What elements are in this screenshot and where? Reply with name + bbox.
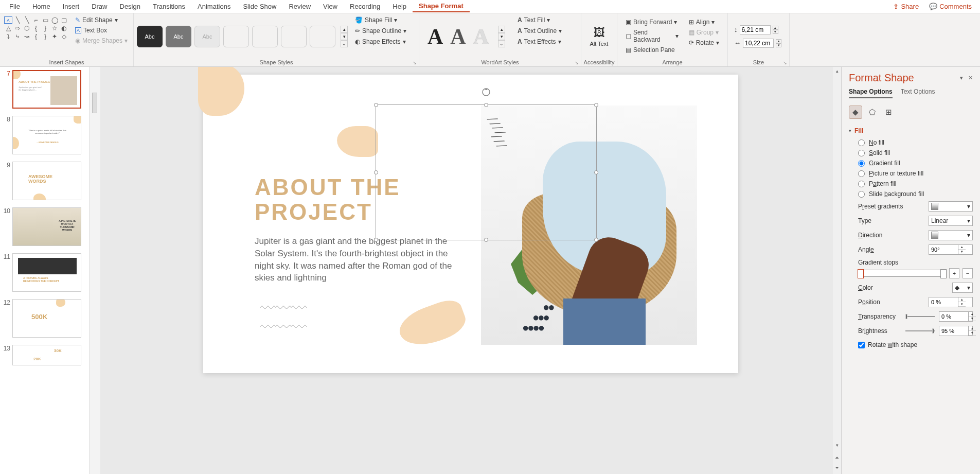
radio-solid-fill[interactable]: Solid fill: [849, 148, 973, 158]
style-thumb-5[interactable]: [252, 26, 278, 47]
merge-shapes-button[interactable]: ◉Merge Shapes▾: [73, 36, 130, 45]
resize-handle[interactable]: [594, 238, 598, 242]
gallery-up-icon[interactable]: ▴: [341, 26, 348, 33]
remove-stop-button[interactable]: −: [963, 268, 973, 278]
shape-oval-icon[interactable]: ◯: [50, 16, 59, 24]
angle-input[interactable]: ▴▾: [929, 244, 973, 255]
wordart-launcher-icon[interactable]: ↘: [575, 60, 579, 65]
style-thumb-3[interactable]: Abc: [194, 26, 220, 47]
thumb-slide-7[interactable]: 7 ABOUT THE PROJECT Jupiter is a gas gia…: [2, 70, 87, 109]
text-fill-button[interactable]: AText Fill▾: [515, 15, 564, 25]
transparency-slider[interactable]: [905, 316, 935, 317]
size-props-tab-icon[interactable]: ⊞: [882, 106, 895, 119]
size-launcher-icon[interactable]: ↘: [783, 60, 787, 65]
slide-canvas[interactable]: 〰〰〰 〰〰〰 ABOUT THE PROJECT Jupiter is a g…: [100, 67, 841, 474]
spin-down-icon[interactable]: ▾: [773, 30, 778, 34]
gradient-stop[interactable]: [940, 269, 947, 278]
comments-button[interactable]: 💬Comments: [924, 1, 977, 12]
radio-no-fill[interactable]: No fill: [849, 137, 973, 148]
menu-design[interactable]: Design: [114, 1, 147, 12]
resize-handle[interactable]: [374, 170, 378, 174]
menu-transitions[interactable]: Transitions: [147, 1, 191, 12]
gallery-down-icon[interactable]: ▾: [498, 33, 505, 40]
stop-color-dropdown[interactable]: ◆▾: [952, 283, 973, 293]
thumb-slide-11[interactable]: 11 A PICTURE ALWAYSREINFORCES THE CONCEP…: [2, 253, 87, 292]
spin-down-icon[interactable]: ▾: [776, 43, 781, 47]
shape-curve-icon[interactable]: ⤵: [4, 33, 12, 40]
scroll-down-icon[interactable]: ▾: [833, 441, 841, 449]
shape-curve2-icon[interactable]: ⤷: [13, 33, 22, 40]
menu-slideshow[interactable]: Slide Show: [237, 1, 282, 12]
brightness-input[interactable]: ▴▾: [939, 326, 973, 336]
shape-round-icon[interactable]: ◐: [60, 25, 68, 32]
radio-pattern-fill[interactable]: Pattern fill: [849, 179, 973, 189]
thumb-slide-13[interactable]: 13 30K 20K: [2, 345, 87, 365]
shape-hex-icon[interactable]: ⬡: [23, 25, 31, 32]
spin-up-icon[interactable]: ▴: [773, 26, 778, 30]
radio-slide-bg-fill[interactable]: Slide background fill: [849, 189, 973, 199]
gradient-stop[interactable]: [858, 269, 864, 278]
scroll-up-icon[interactable]: ▴: [833, 67, 841, 75]
shape-star-icon[interactable]: ☆: [50, 25, 59, 32]
spin-up-icon[interactable]: ▴: [776, 39, 781, 43]
pane-close-icon[interactable]: ✕: [968, 75, 973, 81]
transparency-input[interactable]: ▴▾: [939, 311, 973, 322]
thumb-slide-10[interactable]: 10 A PICTURE ISWORTH ATHOUSANDWORDS: [2, 207, 87, 246]
text-effects-button[interactable]: AText Effects▾: [515, 37, 564, 46]
width-input[interactable]: [743, 39, 774, 48]
rotate-with-shape-checkbox[interactable]: Rotate with shape: [849, 338, 973, 352]
thumb-slide-12[interactable]: 12 500K: [2, 299, 87, 338]
alt-text-button[interactable]: 🖼 Alt Text: [585, 15, 614, 57]
effects-tab-icon[interactable]: ⬠: [865, 106, 879, 119]
menu-view[interactable]: View: [317, 1, 344, 12]
resize-handle[interactable]: [594, 103, 598, 107]
shape-lbrace2-icon[interactable]: {: [32, 33, 40, 40]
shape-curve3-icon[interactable]: ↝: [23, 33, 31, 40]
style-thumb-7[interactable]: [310, 26, 335, 47]
group-button[interactable]: ▦Group▾: [687, 28, 721, 37]
menu-home[interactable]: Home: [26, 1, 57, 12]
wordart-thumb-2[interactable]: A: [450, 24, 466, 49]
shape-connector-icon[interactable]: ⌐: [32, 16, 40, 24]
tab-shape-options[interactable]: Shape Options: [849, 88, 893, 98]
shape-lbrace-icon[interactable]: {: [32, 25, 40, 32]
next-slide-icon[interactable]: ⏷: [833, 464, 841, 472]
text-box-button[interactable]: AText Box: [73, 26, 130, 35]
resize-handle[interactable]: [374, 103, 378, 107]
resize-handle[interactable]: [594, 170, 598, 174]
shape-fill-button[interactable]: 🪣Shape Fill▾: [353, 15, 408, 25]
shape-star2-icon[interactable]: ✦: [50, 33, 59, 40]
gallery-more-icon[interactable]: ⌄: [341, 40, 348, 47]
shape-rbrace2-icon[interactable]: }: [41, 33, 49, 40]
shape-effects-button[interactable]: ◐Shape Effects▾: [353, 37, 408, 46]
menu-file[interactable]: File: [3, 1, 26, 12]
gradient-stops-track[interactable]: [858, 270, 946, 277]
shape-line2-icon[interactable]: ╲: [23, 16, 31, 24]
rotate-button[interactable]: ⟳Rotate▾: [687, 38, 721, 47]
style-thumb-6[interactable]: [281, 26, 307, 47]
fill-line-tab-icon[interactable]: ◆: [849, 106, 862, 119]
shape-callout-icon[interactable]: ◇: [60, 33, 68, 40]
menu-review[interactable]: Review: [282, 1, 317, 12]
shape-style-gallery[interactable]: Abc Abc Abc ▴ ▾ ⌄: [137, 15, 348, 57]
shape-arrow-icon[interactable]: ⇨: [13, 25, 22, 32]
radio-picture-fill[interactable]: Picture or texture fill: [849, 168, 973, 179]
gallery-more-icon[interactable]: ⌄: [498, 40, 505, 47]
shape-triangle-icon[interactable]: △: [4, 25, 12, 32]
brightness-slider[interactable]: [905, 330, 935, 331]
slide-body[interactable]: Jupiter is a gas giant and the biggest p…: [255, 235, 460, 284]
radio-gradient-fill[interactable]: Gradient fill: [849, 158, 973, 168]
shape-roundrect-icon[interactable]: ▢: [60, 16, 68, 24]
wordart-thumb-1[interactable]: A: [427, 24, 443, 49]
text-outline-button[interactable]: AText Outline▾: [515, 26, 564, 36]
position-input[interactable]: ▴▾: [929, 297, 973, 307]
prev-slide-icon[interactable]: ⏶: [833, 453, 841, 462]
section-fill[interactable]: ▾ Fill: [849, 124, 973, 137]
shape-styles-launcher-icon[interactable]: ↘: [413, 60, 417, 65]
bring-forward-button[interactable]: ▣Bring Forward▾: [623, 17, 681, 27]
panel-splitter[interactable]: [90, 67, 100, 474]
menu-animations[interactable]: Animations: [191, 1, 237, 12]
edit-shape-button[interactable]: ✎Edit Shape▾: [73, 15, 130, 25]
menu-help[interactable]: Help: [386, 1, 413, 12]
slide-thumbnail-panel[interactable]: 7 ABOUT THE PROJECT Jupiter is a gas gia…: [0, 67, 90, 474]
